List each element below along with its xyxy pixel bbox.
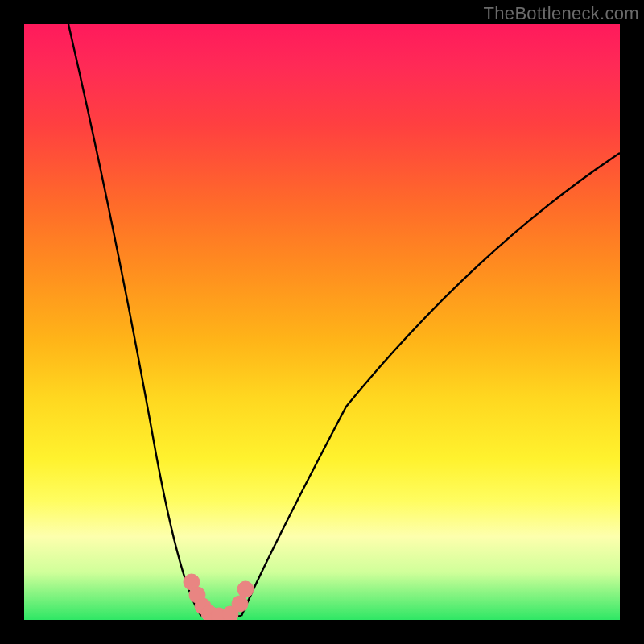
svg-point-7 [237,581,254,597]
curve-left-branch [68,24,201,616]
curve-right-branch [242,153,620,616]
chart-overlay [24,24,620,620]
chart-frame: TheBottleneck.com [0,0,644,644]
watermark-text: TheBottleneck.com [484,3,639,24]
svg-point-6 [232,596,248,612]
